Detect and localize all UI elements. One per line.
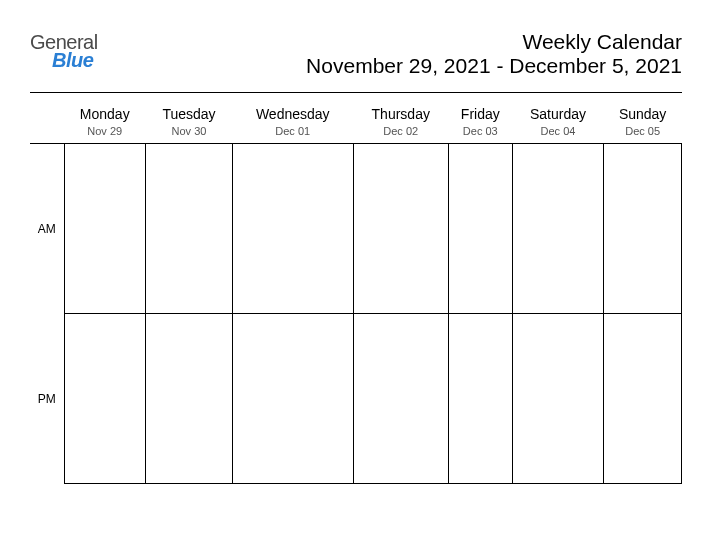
title-block: Weekly Calendar November 29, 2021 - Dece… — [306, 30, 682, 78]
day-name: Wednesday — [256, 106, 330, 122]
cell-am-tuesday[interactable] — [145, 144, 232, 314]
cell-pm-monday[interactable] — [64, 314, 145, 484]
day-date: Dec 04 — [512, 125, 604, 137]
day-name: Thursday — [372, 106, 430, 122]
cell-pm-friday[interactable] — [448, 314, 512, 484]
day-header-friday: Friday Dec 03 — [448, 99, 512, 144]
cell-am-wednesday[interactable] — [232, 144, 353, 314]
logo: General Blue — [30, 30, 98, 70]
day-date: Dec 03 — [448, 125, 512, 137]
day-name: Monday — [80, 106, 130, 122]
period-label-am: AM — [30, 144, 64, 314]
header: General Blue Weekly Calendar November 29… — [30, 30, 682, 78]
header-divider — [30, 92, 682, 93]
day-date: Nov 29 — [64, 125, 145, 137]
day-date: Dec 05 — [604, 125, 682, 137]
cell-am-monday[interactable] — [64, 144, 145, 314]
day-date: Dec 02 — [353, 125, 448, 137]
corner-cell — [30, 99, 64, 144]
day-header-sunday: Sunday Dec 05 — [604, 99, 682, 144]
day-header-saturday: Saturday Dec 04 — [512, 99, 604, 144]
day-header-wednesday: Wednesday Dec 01 — [232, 99, 353, 144]
day-name: Sunday — [619, 106, 666, 122]
day-date: Dec 01 — [232, 125, 353, 137]
cell-am-saturday[interactable] — [512, 144, 604, 314]
am-row: AM — [30, 144, 682, 314]
cell-pm-tuesday[interactable] — [145, 314, 232, 484]
date-range: November 29, 2021 - December 5, 2021 — [306, 54, 682, 78]
pm-row: PM — [30, 314, 682, 484]
day-header-row: Monday Nov 29 Tuesday Nov 30 Wednesday D… — [30, 99, 682, 144]
logo-line2: Blue — [52, 50, 98, 70]
day-name: Tuesday — [162, 106, 215, 122]
day-name: Saturday — [530, 106, 586, 122]
cell-am-sunday[interactable] — [604, 144, 682, 314]
page-title: Weekly Calendar — [306, 30, 682, 54]
cell-pm-sunday[interactable] — [604, 314, 682, 484]
cell-am-friday[interactable] — [448, 144, 512, 314]
calendar-table: Monday Nov 29 Tuesday Nov 30 Wednesday D… — [30, 99, 682, 484]
cell-pm-wednesday[interactable] — [232, 314, 353, 484]
day-header-monday: Monday Nov 29 — [64, 99, 145, 144]
day-name: Friday — [461, 106, 500, 122]
cell-am-thursday[interactable] — [353, 144, 448, 314]
cell-pm-saturday[interactable] — [512, 314, 604, 484]
day-header-tuesday: Tuesday Nov 30 — [145, 99, 232, 144]
day-date: Nov 30 — [145, 125, 232, 137]
period-label-pm: PM — [30, 314, 64, 484]
day-header-thursday: Thursday Dec 02 — [353, 99, 448, 144]
cell-pm-thursday[interactable] — [353, 314, 448, 484]
